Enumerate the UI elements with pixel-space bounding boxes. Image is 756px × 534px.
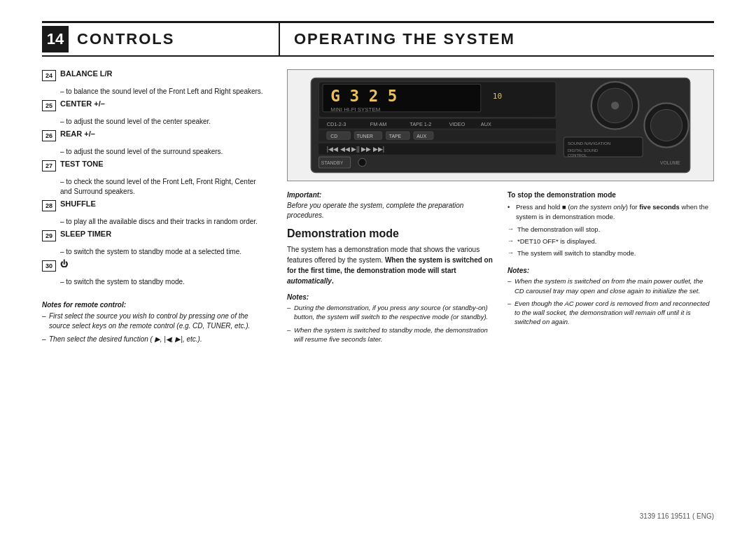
svg-text:VIDEO: VIDEO (449, 121, 465, 127)
svg-text:VOLUME: VOLUME (660, 160, 680, 165)
stereo-device-image: G 3 2 5 MINI HI-FI SYSTEM 10 CD1-2-3 FM·… (287, 69, 714, 181)
item-desc-28: to play all the available discs and thei… (60, 217, 266, 227)
notes-label-right: Notes: (507, 267, 714, 274)
remote-notes-title: Notes for remote control: (42, 301, 266, 309)
list-item: 26 REAR +/– (42, 129, 266, 141)
chapter-number: 14 (42, 26, 69, 52)
svg-text:MINI HI-FI SYSTEM: MINI HI-FI SYSTEM (330, 106, 380, 113)
demo-note-1: During the demonstration, if you press a… (287, 303, 493, 322)
remote-note-2: Then select the desired function ( ▶, |◀… (42, 335, 266, 344)
remote-notes-section: Notes for remote control: First select t… (42, 301, 266, 344)
stop-demo-arrow-2: *DET10 OFF* is displayed. (507, 237, 714, 246)
list-item: 24 BALANCE L/R (42, 69, 266, 81)
header-left: 14 CONTROLS (42, 23, 280, 55)
list-item: 25 CENTER +/– (42, 99, 266, 111)
item-desc-26: to adjust the sound level of the surroun… (60, 147, 266, 157)
item-desc-30: to switch the system to standby mode. (60, 277, 266, 287)
footer-text: 3139 116 19511 ( ENG) (640, 512, 714, 520)
demo-mode-title: Demonstration mode (287, 227, 493, 240)
left-section-title: CONTROLS (77, 30, 174, 48)
demo-note-2: When the system is switched to standby m… (287, 325, 493, 344)
svg-text:FM·AM: FM·AM (370, 121, 387, 127)
stop-demo-intro: Press and hold ■ (on the system only) fo… (507, 202, 714, 223)
svg-text:CONTROL: CONTROL (568, 153, 587, 157)
item-desc-29: to switch the system to standby mode at … (60, 247, 266, 257)
svg-point-35 (358, 158, 366, 166)
item-number-29: 29 (42, 230, 56, 241)
item-label-rear: REAR +/– (60, 129, 95, 138)
list-item: 29 SLEEP TIMER (42, 230, 266, 241)
svg-text:10: 10 (493, 92, 503, 101)
header-right: OPERATING THE SYSTEM (280, 23, 714, 55)
stop-demo-title: To stop the demonstration mode (507, 191, 714, 199)
svg-text:|◀◀  ◀◀  ▶||  ▶▶  ▶▶|: |◀◀ ◀◀ ▶|| ▶▶ ▶▶| (327, 146, 384, 153)
left-column: 24 BALANCE L/R to balance the sound leve… (42, 69, 266, 505)
svg-text:SOUND NAVIGATION: SOUND NAVIGATION (568, 141, 610, 146)
item-desc-27: to check the sound level of the Front Le… (60, 177, 266, 197)
item-number-26: 26 (42, 130, 56, 141)
svg-text:DIGITAL SOUND: DIGITAL SOUND (568, 148, 598, 153)
svg-text:CD: CD (330, 134, 337, 139)
svg-rect-6 (318, 119, 556, 129)
item-desc-25: to adjust the sound level of the center … (60, 117, 266, 127)
svg-text:CD1-2-3: CD1-2-3 (327, 121, 346, 127)
item-label-center: CENTER +/– (60, 99, 105, 108)
svg-text:AUX: AUX (416, 134, 426, 139)
svg-text:TAPE 1-2: TAPE 1-2 (410, 121, 431, 127)
right-section-title: OPERATING THE SYSTEM (294, 30, 515, 48)
important-body: Before you operate the system, complete … (287, 201, 493, 220)
list-item: 27 TEST TONE (42, 160, 266, 171)
item-number-28: 28 (42, 200, 56, 211)
item-label-sleep-timer: SLEEP TIMER (60, 230, 111, 238)
list-item: 28 SHUFFLE (42, 199, 266, 211)
item-number-30: 30 (42, 260, 56, 272)
item-desc-24: to balance the sound level of the Front … (60, 87, 266, 97)
svg-text:STANDBY: STANDBY (321, 160, 344, 165)
item-number-25: 25 (42, 100, 56, 111)
stop-demo-column: To stop the demonstration mode Press and… (507, 191, 714, 347)
svg-point-27 (650, 109, 682, 141)
item-number-27: 27 (42, 160, 56, 171)
page: 14 CONTROLS OPERATING THE SYSTEM 24 BALA… (0, 0, 756, 534)
svg-point-25 (611, 101, 619, 109)
important-box: Important: Before you operate the system… (287, 191, 493, 220)
right-two-column-layout: Important: Before you operate the system… (287, 191, 714, 347)
page-header: 14 CONTROLS OPERATING THE SYSTEM (42, 21, 714, 57)
item-label-test-tone: TEST TONE (60, 160, 104, 168)
item-number-24: 24 (42, 70, 56, 81)
demonstration-mode-section: Demonstration mode The system has a demo… (287, 227, 493, 286)
item-label-shuffle: SHUFFLE (60, 199, 96, 208)
svg-text:G 3 2 5: G 3 2 5 (330, 87, 397, 105)
right-column: G 3 2 5 MINI HI-FI SYSTEM 10 CD1-2-3 FM·… (287, 69, 714, 505)
item-label-balance: BALANCE L/R (60, 69, 113, 78)
notes-label-demo: Notes: (287, 293, 493, 301)
demo-mode-column: Important: Before you operate the system… (287, 191, 493, 347)
stop-demo-arrow-1: The demonstration will stop. (507, 225, 714, 234)
item-label-power: ⏻ (60, 260, 68, 268)
remote-note-1: First select the source you wish to cont… (42, 311, 266, 331)
list-item: 30 ⏻ (42, 260, 266, 272)
demo-mode-body: The system has a demonstration mode that… (287, 244, 493, 286)
right-notes-section: Notes: When the system is switched on fr… (507, 267, 714, 326)
svg-text:TUNER: TUNER (357, 134, 373, 139)
stop-demo-arrow-3: The system will switch to standby mode. (507, 248, 714, 258)
content-area: 24 BALANCE L/R to balance the sound leve… (42, 69, 714, 505)
right-note-2: Even though the AC power cord is removed… (507, 299, 714, 327)
right-note-1: When the system is switched on from the … (507, 276, 714, 295)
svg-text:TAPE: TAPE (389, 134, 402, 139)
svg-text:AUX: AUX (481, 121, 491, 127)
important-title: Important: (287, 191, 493, 199)
